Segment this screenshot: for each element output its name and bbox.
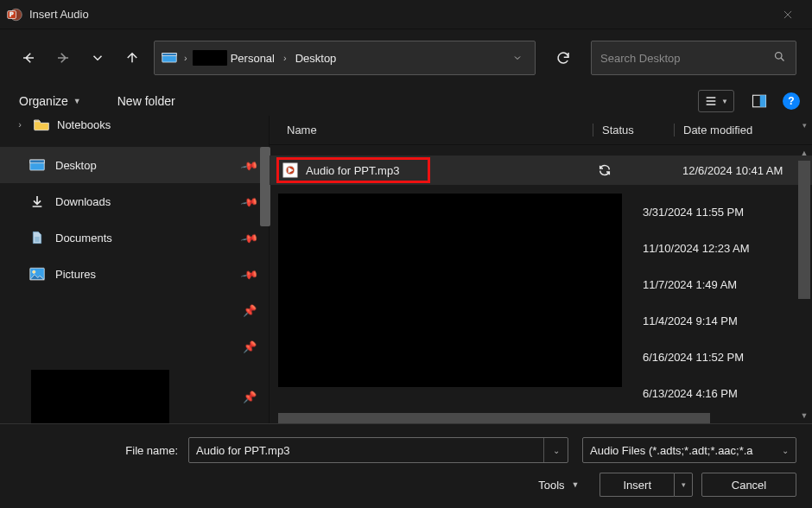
pin-icon: 📌 (240, 228, 259, 246)
thumbnail-block (278, 194, 622, 387)
file-date: 11/10/2024 12:23 AM (638, 230, 793, 266)
view-mode-button[interactable]: ▼ (698, 90, 734, 112)
file-date: 11/4/2024 9:14 PM (638, 302, 793, 339)
breadcrumb-personal[interactable]: Personal (227, 52, 278, 65)
horizontal-scrollbar[interactable] (278, 413, 796, 423)
audio-file-icon (282, 162, 299, 179)
sidebar-item-extra[interactable]: 📌 (0, 328, 269, 365)
column-header: ▾ Name Status Date modified (270, 116, 812, 145)
file-list: ▾ Name Status Date modified Audio for PP… (270, 116, 812, 423)
file-area[interactable]: Audio for PPT.mp3 12/6/2024 10:41 AM 3/3… (270, 145, 812, 423)
search-box[interactable] (591, 41, 796, 75)
document-icon (28, 231, 47, 244)
close-button[interactable] (769, 2, 807, 28)
sidebar-item-label: Documents (55, 232, 243, 244)
file-date: 3/31/2024 11:55 PM (638, 194, 793, 230)
scroll-down-icon[interactable]: ▼ (796, 408, 812, 423)
chevron-right-icon[interactable]: › (14, 119, 26, 130)
pin-icon: 📌 (240, 156, 259, 174)
pin-icon: 📌 (243, 304, 257, 317)
organize-menu[interactable]: Organize▼ (12, 89, 88, 113)
sidebar-item-pictures[interactable]: Pictures 📌 (0, 256, 269, 292)
toolbar: Organize▼ New folder ▼ ? (0, 86, 812, 116)
column-status[interactable]: Status (593, 124, 674, 137)
chevron-right-icon[interactable]: › (179, 53, 193, 63)
download-icon (28, 194, 47, 208)
file-date: 12/6/2024 10:41 AM (674, 164, 812, 177)
pin-icon: 📌 (240, 264, 259, 283)
filetype-select[interactable]: Audio Files (*.adts;*.adt;*.aac;*.a ⌄ (582, 437, 796, 463)
breadcrumb-hidden[interactable] (193, 50, 227, 66)
pin-icon: 📌 (240, 192, 259, 210)
chevron-down-icon: ⌄ (775, 446, 796, 455)
tools-label: Tools (538, 479, 564, 492)
date-list: 3/31/2024 11:55 PM 11/10/2024 12:23 AM 1… (638, 194, 793, 411)
pin-icon: 📌 (243, 340, 257, 353)
sidebar: › Notebooks Desktop 📌 Downloads 📌 Docume… (0, 116, 270, 423)
main-area: › Notebooks Desktop 📌 Downloads 📌 Docume… (0, 116, 812, 423)
svg-text:P: P (10, 11, 14, 17)
filename-dropdown[interactable]: ⌄ (543, 438, 568, 462)
file-date: 11/7/2024 1:49 AM (638, 266, 793, 302)
sidebar-item-desktop[interactable]: Desktop 📌 (0, 147, 269, 183)
title-bar: P Insert Audio (0, 0, 812, 29)
column-name[interactable]: Name (282, 124, 593, 137)
address-dropdown[interactable] (505, 41, 530, 74)
new-folder-button[interactable]: New folder (111, 89, 182, 113)
address-bar[interactable]: › Personal › Desktop (154, 41, 536, 75)
back-button[interactable] (16, 44, 41, 72)
svg-rect-7 (760, 95, 766, 107)
forward-button[interactable] (50, 44, 76, 72)
search-input[interactable] (600, 52, 771, 65)
filename-input[interactable]: Audio for PPT.mp3 ⌄ (188, 437, 568, 463)
chevron-down-icon: ▾ (802, 121, 807, 130)
desktop-icon (162, 52, 177, 64)
insert-button[interactable]: Insert (599, 473, 674, 497)
svg-point-5 (775, 53, 782, 60)
chevron-down-icon: ▼ (572, 480, 580, 489)
sidebar-item-label: Desktop (55, 159, 243, 172)
folder-icon (33, 117, 50, 131)
vertical-scrollbar[interactable]: ▲ ▼ (796, 145, 812, 423)
sidebar-thumbnail (31, 370, 169, 423)
svg-point-11 (33, 270, 35, 273)
sidebar-item-extra[interactable]: 📌 (0, 292, 269, 328)
chevron-right-icon[interactable]: › (278, 53, 292, 63)
file-name: Audio for PPT.mp3 (306, 164, 593, 177)
insert-split-button[interactable]: Insert ▾ (599, 473, 693, 497)
pin-icon: 📌 (243, 391, 257, 403)
filename-label: File name: (16, 444, 188, 457)
insert-dropdown[interactable]: ▾ (674, 473, 693, 497)
up-button[interactable] (119, 44, 145, 72)
tools-menu[interactable]: Tools ▼ (538, 479, 579, 492)
tree-item-notebooks[interactable]: › Notebooks (0, 117, 269, 131)
sidebar-item-label: Pictures (55, 268, 243, 281)
desktop-icon (28, 158, 47, 172)
recent-locations-button[interactable] (85, 44, 111, 72)
search-icon[interactable] (771, 50, 787, 66)
refresh-button[interactable] (544, 41, 582, 75)
picture-icon (28, 267, 47, 281)
sync-status-icon (593, 163, 674, 177)
sidebar-item-downloads[interactable]: Downloads 📌 (0, 183, 269, 219)
filetype-label: Audio Files (*.adts;*.adt;*.aac;*.a (590, 444, 775, 457)
file-row-selected[interactable]: Audio for PPT.mp3 12/6/2024 10:41 AM (270, 156, 812, 185)
footer: File name: Audio for PPT.mp3 ⌄ Audio Fil… (0, 423, 812, 508)
file-date: 6/13/2024 4:16 PM (638, 375, 793, 411)
help-button[interactable]: ? (783, 92, 800, 110)
window-title: Insert Audio (29, 8, 89, 21)
preview-pane-button[interactable] (746, 90, 772, 112)
cancel-button[interactable]: Cancel (701, 473, 796, 497)
column-date[interactable]: Date modified (674, 124, 812, 137)
nav-row: › Personal › Desktop (0, 29, 812, 86)
tree-label: Notebooks (57, 118, 111, 131)
svg-rect-4 (162, 54, 177, 56)
filename-value: Audio for PPT.mp3 (189, 444, 543, 457)
file-date: 6/16/2024 11:52 PM (638, 339, 793, 375)
sidebar-item-label: Downloads (55, 195, 243, 208)
svg-rect-9 (30, 160, 45, 163)
scroll-up-icon[interactable]: ▲ (796, 145, 812, 161)
sidebar-item-documents[interactable]: Documents 📌 (0, 219, 269, 256)
sidebar-thumb-row[interactable]: 📌 (0, 365, 269, 423)
breadcrumb-desktop[interactable]: Desktop (292, 52, 340, 65)
